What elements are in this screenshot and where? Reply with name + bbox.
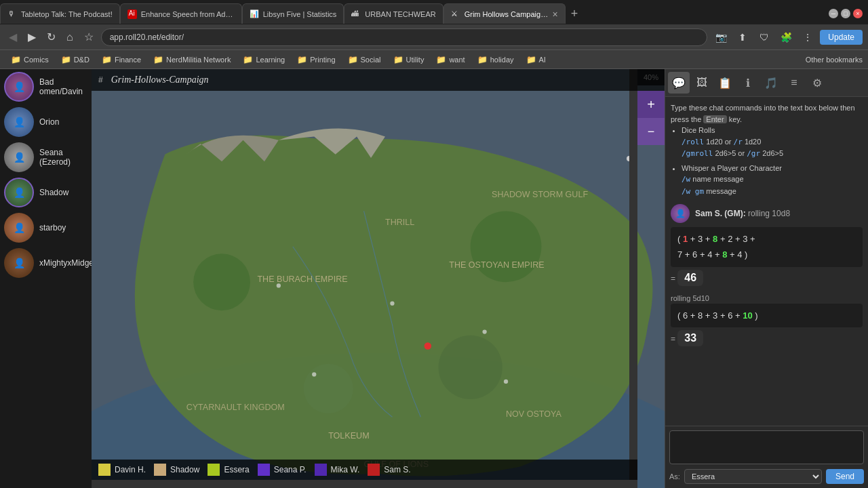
tab-enhance-speech[interactable]: Ai Enhance Speech from Adobe |... bbox=[120, 3, 242, 24]
character-avatar-xmightymidget: 👤 bbox=[4, 248, 34, 278]
tab-close-button[interactable]: × bbox=[552, 9, 557, 20]
svg-text:CYTARNAULT KINGDOM: CYTARNAULT KINGDOM bbox=[186, 403, 285, 412]
map-title: Grim-Hollows-Campaign bbox=[111, 75, 209, 85]
as-character-select[interactable]: Essera Sam S. (GM) Shadow Orion bbox=[684, 469, 822, 484]
dice-formula-2: ( 6 + 8 + 3 + 6 + 10 ) bbox=[671, 304, 863, 327]
map-zoom-out-button[interactable]: − bbox=[637, 118, 665, 145]
svg-point-14 bbox=[425, 342, 431, 349]
reload-button[interactable]: ↻ bbox=[43, 29, 59, 45]
character-avatar-orion: 👤 bbox=[4, 107, 34, 137]
tab-favicon-2: Ai bbox=[127, 9, 137, 19]
window-minimize-button[interactable]: ─ bbox=[829, 9, 838, 18]
shield-icon[interactable]: 🛡 bbox=[755, 28, 774, 47]
dice-total-1: 46 bbox=[677, 270, 703, 286]
character-item-orion[interactable]: 👤 Orion bbox=[0, 104, 92, 140]
hint-text2: key. bbox=[727, 115, 742, 123]
init-name-seana: Seana P. bbox=[274, 465, 307, 474]
browser-chrome: 🎙 Tabletop Talk: The Podcast! Ai Enhance… bbox=[0, 0, 868, 69]
map-scroll-right[interactable] bbox=[629, 69, 637, 488]
character-item-seana[interactable]: 👤 Seana (Ezerod) bbox=[0, 140, 92, 175]
window-maximize-button[interactable]: □ bbox=[841, 9, 850, 18]
bookmark-nerdmilitia[interactable]: 📁 NerdMilitia Network bbox=[148, 54, 236, 66]
map-background: THE BURACH EMPIRE THE OSTOYAN EMPIRE TOL… bbox=[92, 69, 665, 488]
jukebox-button[interactable]: 🎵 bbox=[760, 72, 782, 94]
bookmark-comics[interactable]: 📁 Comics bbox=[5, 54, 54, 66]
initiative-item-davin: Davin H. bbox=[98, 464, 146, 476]
window-close-button[interactable]: × bbox=[853, 9, 863, 18]
folder-icon: 📁 bbox=[61, 55, 71, 64]
chat-toolbar: 💬 🖼 📋 ℹ 🎵 ≡ ⚙ bbox=[665, 69, 868, 97]
dice-roll-label-1: Sam S. (GM): rolling 10d8 bbox=[695, 209, 790, 218]
character-item-bad-omen[interactable]: 👤 Bad omen/Davin bbox=[0, 69, 92, 104]
share-icon[interactable]: ⬆ bbox=[733, 28, 752, 47]
bookmark-dnd[interactable]: 📁 D&D bbox=[56, 54, 95, 66]
camera-icon[interactable]: 📷 bbox=[711, 28, 730, 47]
dice-val-7: 6 bbox=[692, 249, 697, 260]
chat-tab-button[interactable]: 💬 bbox=[668, 72, 690, 94]
nav-bar: ◀ ▶ ↻ ⌂ ☆ app.roll20.net/editor/ 📷 ⬆ 🛡 🧩… bbox=[0, 24, 868, 50]
character-name-bad-omen: Bad omen/Davin bbox=[39, 77, 87, 96]
gmroll-command: /gmroll bbox=[682, 149, 713, 158]
collections-button[interactable]: ≡ bbox=[783, 72, 805, 94]
bookmark-label: Comics bbox=[24, 56, 49, 64]
dice-val-10: 4 bbox=[737, 249, 742, 260]
character-item-xmightymidget[interactable]: 👤 xMightyxMidget bbox=[0, 245, 92, 281]
svg-text:TOLKEUM: TOLKEUM bbox=[328, 431, 369, 441]
init-color-essera bbox=[208, 464, 220, 476]
dice-avatar-sam: 👤 bbox=[671, 204, 690, 223]
update-button[interactable]: Update bbox=[820, 30, 863, 45]
folder-icon: 📁 bbox=[477, 55, 488, 64]
settings-icon[interactable]: ⋮ bbox=[798, 28, 817, 47]
back-button[interactable]: ◀ bbox=[5, 29, 20, 45]
svg-point-16 bbox=[390, 302, 394, 306]
character-name-shadow: Shadow bbox=[39, 188, 68, 197]
dice-total-2: 33 bbox=[677, 330, 703, 346]
tab-urban-techwear[interactable]: 🏙 URBAN TECHWEAR bbox=[344, 3, 443, 24]
character-name-seana: Seana (Ezerod) bbox=[39, 148, 87, 167]
tab-label-1: Tabletop Talk: The Podcast! bbox=[21, 10, 113, 18]
map-header: # Grim-Hollows-Campaign bbox=[92, 69, 665, 91]
tab-tabletop-talk[interactable]: 🎙 Tabletop Talk: The Podcast! bbox=[0, 3, 120, 24]
compendium-button[interactable]: ℹ bbox=[737, 72, 759, 94]
bookmark-learning[interactable]: 📁 Learning bbox=[237, 54, 290, 66]
bookmark-button[interactable]: ☆ bbox=[81, 29, 97, 45]
bookmark-holiday[interactable]: 📁 holiday bbox=[472, 54, 519, 66]
address-bar[interactable]: app.roll20.net/editor/ bbox=[101, 28, 708, 46]
settings-button[interactable]: ⚙ bbox=[806, 72, 828, 94]
bookmark-printing[interactable]: 📁 Printing bbox=[292, 54, 340, 66]
folder-icon: 📁 bbox=[153, 55, 163, 64]
new-tab-button[interactable]: + bbox=[566, 7, 584, 21]
character-name-xmightymidget: xMightyxMidget bbox=[39, 258, 92, 268]
bookmark-social[interactable]: 📁 Social bbox=[342, 54, 387, 66]
bookmark-ai[interactable]: 📁 AI bbox=[521, 54, 551, 66]
bookmark-utility[interactable]: 📁 Utility bbox=[388, 54, 430, 66]
svg-text:THE BURACH EMPIRE: THE BURACH EMPIRE bbox=[257, 274, 347, 284]
forward-button[interactable]: ▶ bbox=[24, 29, 39, 45]
tab-libsyn[interactable]: 📊 Libsyn Five | Statistics bbox=[242, 3, 344, 24]
journal-button[interactable]: 📋 bbox=[714, 72, 736, 94]
map-area[interactable]: THE BURACH EMPIRE THE OSTOYAN EMPIRE TOL… bbox=[92, 69, 665, 488]
map-zoom-in-button[interactable]: + bbox=[637, 91, 665, 118]
bookmark-finance[interactable]: 📁 Finance bbox=[96, 54, 146, 66]
dice-val-5: 3 bbox=[743, 234, 747, 244]
send-button[interactable]: Send bbox=[826, 469, 864, 484]
svg-text:THRILL: THRILL bbox=[385, 218, 414, 227]
character-item-shadow[interactable]: 👤 Shadow bbox=[0, 175, 92, 210]
svg-point-3 bbox=[471, 211, 542, 282]
dice-val-4: 2 bbox=[728, 234, 732, 244]
chat-input-field[interactable] bbox=[669, 430, 864, 464]
bookmark-want[interactable]: 📁 want bbox=[431, 54, 470, 66]
other-bookmarks[interactable]: Other bookmarks bbox=[806, 56, 863, 64]
extensions-icon[interactable]: 🧩 bbox=[776, 28, 795, 47]
character-avatar-seana: 👤 bbox=[4, 142, 34, 172]
home-button[interactable]: ⌂ bbox=[63, 30, 77, 45]
svg-text:THE OSTOYAN EMPIRE: THE OSTOYAN EMPIRE bbox=[449, 260, 544, 270]
tab-grim-hollows[interactable]: ⚔ Grim Hollows Campaign: L... × bbox=[443, 3, 566, 24]
roll-type-2: rolling 5d10 bbox=[671, 294, 863, 302]
bookmark-label: Social bbox=[361, 56, 381, 64]
map-scroll-bottom[interactable] bbox=[92, 480, 637, 488]
character-avatar-shadow: 👤 bbox=[4, 178, 34, 207]
initiative-item-mika: Mika W. bbox=[315, 464, 360, 476]
character-item-starboy[interactable]: 👤 starboy bbox=[0, 210, 92, 245]
art-library-button[interactable]: 🖼 bbox=[691, 72, 713, 94]
